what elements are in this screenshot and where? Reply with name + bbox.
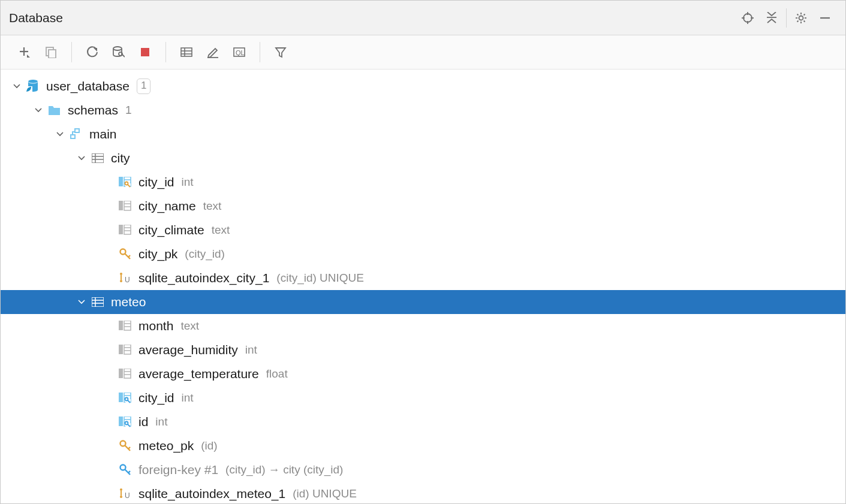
titlebar-actions bbox=[736, 6, 837, 30]
column-type: text bbox=[180, 319, 199, 333]
gear-icon[interactable] bbox=[789, 6, 813, 30]
tree-node-column[interactable]: id int bbox=[1, 410, 845, 434]
index-detail: (id) UNIQUE bbox=[293, 487, 357, 500]
database-name: user_database bbox=[46, 79, 130, 93]
titlebar: Database bbox=[1, 1, 845, 35]
target-icon[interactable] bbox=[736, 6, 760, 30]
edit-ddl-button[interactable] bbox=[200, 40, 226, 64]
tree-node-schema-main[interactable]: main bbox=[1, 122, 845, 146]
key-gold-icon bbox=[118, 440, 133, 452]
index-name: sqlite_autoindex_city_1 bbox=[139, 271, 269, 285]
column-fk-icon bbox=[118, 417, 133, 427]
chevron-down-icon[interactable] bbox=[11, 84, 22, 89]
tree-node-foreign-key[interactable]: foreign-key #1 (city_id) → city (city_id… bbox=[1, 458, 845, 482]
column-name: city_climate bbox=[139, 223, 204, 237]
stop-button[interactable] bbox=[132, 40, 158, 64]
open-table-button[interactable] bbox=[173, 40, 200, 64]
tree-node-index[interactable]: sqlite_autoindex_city_1 (city_id) UNIQUE bbox=[1, 266, 845, 290]
key-name: meteo_pk bbox=[139, 439, 194, 453]
filter-button[interactable] bbox=[267, 40, 294, 64]
table-icon bbox=[91, 297, 105, 307]
column-name: city_name bbox=[139, 199, 196, 213]
key-gold-icon bbox=[118, 248, 133, 260]
minimize-icon[interactable] bbox=[813, 6, 837, 30]
database-count-badge: 1 bbox=[137, 79, 150, 94]
column-pk-icon bbox=[118, 177, 133, 188]
column-icon bbox=[118, 321, 133, 331]
column-name: id bbox=[139, 415, 148, 429]
open-console-button[interactable] bbox=[226, 40, 252, 64]
data-source-properties-button[interactable] bbox=[106, 40, 132, 64]
column-type: float bbox=[266, 367, 288, 381]
database-tool-window: Database user_database 1 bbox=[0, 0, 846, 504]
tree-node-index[interactable]: sqlite_autoindex_meteo_1 (id) UNIQUE bbox=[1, 482, 845, 503]
key-blue-icon bbox=[118, 464, 133, 476]
toolbar-separator bbox=[165, 42, 166, 62]
table-icon bbox=[91, 153, 105, 163]
fkey-name: foreign-key #1 bbox=[139, 463, 218, 477]
column-name: average_temperature bbox=[139, 367, 259, 381]
tree-node-column[interactable]: city_name text bbox=[1, 194, 845, 218]
fkey-detail: (city_id) → city (city_id) bbox=[225, 463, 343, 476]
column-icon bbox=[118, 225, 133, 236]
toolbar bbox=[1, 35, 845, 70]
add-button[interactable] bbox=[11, 40, 38, 64]
tree-node-column[interactable]: average_humidity int bbox=[1, 338, 845, 362]
column-type: int bbox=[155, 415, 167, 428]
chevron-down-icon[interactable] bbox=[76, 156, 87, 161]
duplicate-button[interactable] bbox=[38, 40, 64, 64]
column-type: int bbox=[245, 343, 257, 357]
schema-icon bbox=[69, 128, 83, 140]
schemas-label: schemas bbox=[68, 103, 118, 117]
column-type: text bbox=[212, 224, 230, 237]
tree-node-table-city[interactable]: city bbox=[1, 146, 845, 170]
tree-node-column[interactable]: city_id int bbox=[1, 170, 845, 194]
column-fk-icon bbox=[118, 393, 133, 403]
key-detail: (id) bbox=[201, 439, 217, 452]
tree-node-column[interactable]: city_id int bbox=[1, 386, 845, 410]
column-type: int bbox=[182, 176, 194, 189]
database-tree[interactable]: user_database 1 schemas 1 main city city… bbox=[1, 70, 845, 503]
folder-icon bbox=[47, 104, 62, 116]
toolbar-separator bbox=[260, 42, 260, 62]
column-icon bbox=[118, 369, 133, 379]
tree-node-column[interactable]: month text bbox=[1, 314, 845, 338]
panel-title: Database bbox=[9, 11, 63, 25]
column-name: month bbox=[139, 319, 173, 333]
key-name: city_pk bbox=[139, 247, 177, 261]
toolbar-separator bbox=[71, 42, 72, 62]
table-name: meteo bbox=[111, 295, 146, 309]
index-name: sqlite_autoindex_meteo_1 bbox=[139, 487, 285, 501]
collapse-all-icon[interactable] bbox=[760, 6, 784, 30]
tree-node-column[interactable]: average_temperature float bbox=[1, 362, 845, 386]
tree-node-key[interactable]: meteo_pk (id) bbox=[1, 434, 845, 458]
index-icon bbox=[118, 488, 133, 500]
chevron-down-icon[interactable] bbox=[55, 132, 65, 137]
column-name: city_id bbox=[139, 175, 174, 189]
chevron-down-icon[interactable] bbox=[33, 108, 44, 113]
titlebar-separator bbox=[786, 8, 787, 28]
column-type: int bbox=[182, 391, 194, 405]
column-type: text bbox=[203, 200, 222, 213]
refresh-button[interactable] bbox=[79, 40, 106, 64]
tree-node-database[interactable]: user_database 1 bbox=[1, 74, 845, 98]
database-icon bbox=[26, 80, 40, 93]
chevron-down-icon[interactable] bbox=[76, 300, 87, 304]
tree-node-column[interactable]: city_climate text bbox=[1, 218, 845, 242]
schema-name: main bbox=[89, 127, 117, 141]
column-icon bbox=[118, 201, 133, 212]
column-name: average_humidity bbox=[139, 343, 238, 357]
index-detail: (city_id) UNIQUE bbox=[276, 271, 364, 285]
table-name: city bbox=[111, 151, 130, 165]
index-icon bbox=[118, 272, 133, 284]
tree-node-key[interactable]: city_pk (city_id) bbox=[1, 242, 845, 266]
column-icon bbox=[118, 345, 133, 355]
schemas-count: 1 bbox=[125, 104, 132, 117]
column-name: city_id bbox=[139, 391, 174, 405]
key-detail: (city_id) bbox=[185, 248, 225, 261]
tree-node-schemas[interactable]: schemas 1 bbox=[1, 98, 845, 122]
tree-node-table-meteo[interactable]: meteo bbox=[1, 290, 845, 314]
